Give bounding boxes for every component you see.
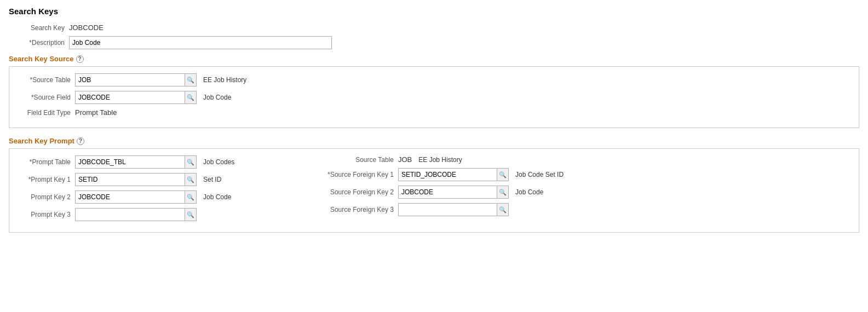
source-fk2-field: 🔍 xyxy=(398,186,509,199)
prompt-key2-label: Prompt Key 2 xyxy=(15,193,75,201)
prompt-key3-field: 🔍 xyxy=(75,208,197,221)
prompt-key3-search-button[interactable]: 🔍 xyxy=(185,208,197,221)
page-title: Search Keys xyxy=(9,7,859,16)
search-key-value: JOBCODE xyxy=(69,24,104,32)
source-fk1-label: *Source Foreign Key 1 xyxy=(311,171,398,178)
prompt-key1-input[interactable] xyxy=(75,173,185,186)
prompt-key2-input[interactable] xyxy=(75,190,185,204)
source-field-search-button[interactable]: 🔍 xyxy=(185,91,197,104)
prompt-table-side-label: Job Codes xyxy=(203,158,234,166)
source-fk2-search-button[interactable]: 🔍 xyxy=(497,186,509,199)
source-table-right-value: JOB xyxy=(398,155,412,164)
search-key-label: Search Key xyxy=(9,24,69,32)
source-fk2-label: Source Foreign Key 2 xyxy=(311,188,398,196)
source-field-label: *Source Field xyxy=(15,94,75,101)
source-fk3-search-button[interactable]: 🔍 xyxy=(497,203,509,216)
search-key-prompt-box: *Prompt Table 🔍 Job Codes *Prompt Key 1 … xyxy=(9,148,859,233)
source-table-input[interactable] xyxy=(75,73,185,86)
prompt-key1-field: 🔍 xyxy=(75,173,197,186)
search-key-prompt-help-icon[interactable]: ? xyxy=(77,137,84,145)
prompt-table-input[interactable] xyxy=(75,155,185,169)
prompt-key2-field: 🔍 xyxy=(75,190,197,204)
prompt-table-field: 🔍 xyxy=(75,155,197,169)
search-key-prompt-title: Search Key Prompt ? xyxy=(9,137,859,145)
search-key-source-help-icon[interactable]: ? xyxy=(76,55,84,63)
prompt-key3-input[interactable] xyxy=(75,208,185,221)
source-fk3-field: 🔍 xyxy=(398,203,509,216)
prompt-right-col: Source Table JOB EE Job History *Source … xyxy=(289,155,853,226)
prompt-table-search-button[interactable]: 🔍 xyxy=(185,155,197,169)
source-field-input[interactable] xyxy=(75,91,185,104)
prompt-table-label: *Prompt Table xyxy=(15,158,75,166)
source-fk1-field: 🔍 xyxy=(398,168,509,181)
source-fk2-input[interactable] xyxy=(398,186,497,199)
source-field-side-label: Job Code xyxy=(203,94,231,101)
prompt-left-col: *Prompt Table 🔍 Job Codes *Prompt Key 1 … xyxy=(15,155,289,226)
prompt-key1-search-button[interactable]: 🔍 xyxy=(185,173,197,186)
source-fk1-input[interactable] xyxy=(398,168,497,181)
source-table-label: *Source Table xyxy=(15,76,75,84)
field-edit-type-value: Prompt Table xyxy=(75,108,117,117)
description-input[interactable] xyxy=(69,36,332,49)
source-fk2-side-label: Job Code xyxy=(515,188,543,196)
prompt-key2-search-button[interactable]: 🔍 xyxy=(185,190,197,204)
search-key-source-box: *Source Table 🔍 EE Job History *Source F… xyxy=(9,66,859,128)
search-key-source-title: Search Key Source ? xyxy=(9,55,859,63)
source-table-search-button[interactable]: 🔍 xyxy=(185,73,197,86)
prompt-key2-side-label: Job Code xyxy=(203,193,231,201)
prompt-key3-label: Prompt Key 3 xyxy=(15,211,75,218)
source-table-right-label: Source Table xyxy=(311,156,398,164)
source-fk3-label: Source Foreign Key 3 xyxy=(311,206,398,213)
prompt-key1-label: *Prompt Key 1 xyxy=(15,176,75,183)
source-fk1-search-button[interactable]: 🔍 xyxy=(497,168,509,181)
source-fk3-input[interactable] xyxy=(398,203,497,216)
source-field-field: 🔍 xyxy=(75,91,197,104)
source-fk1-side-label: Job Code Set ID xyxy=(515,171,564,178)
source-table-right-side-label: EE Job History xyxy=(418,156,462,164)
prompt-key1-side-label: Set ID xyxy=(203,176,221,183)
field-edit-type-label: Field Edit Type xyxy=(15,109,75,117)
description-label: *Description xyxy=(9,39,69,47)
source-table-side-label: EE Job History xyxy=(203,76,246,84)
source-table-field: 🔍 xyxy=(75,73,197,86)
